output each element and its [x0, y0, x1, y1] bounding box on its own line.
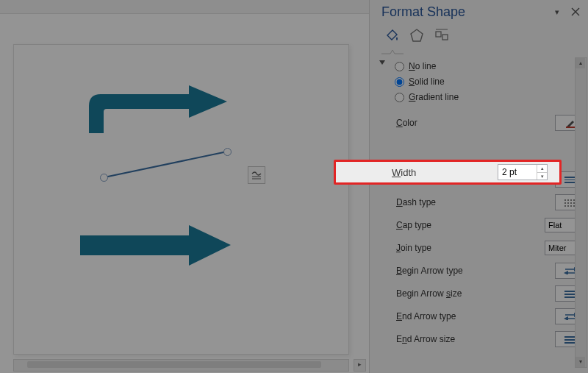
row-dash-type: Dash type ▾ — [396, 191, 588, 213]
selection-handle-end[interactable] — [223, 148, 232, 156]
layout-options-icon — [251, 170, 262, 180]
radio-solid-line-input[interactable] — [395, 77, 404, 87]
panel-menu-button[interactable]: ▾ — [555, 7, 559, 17]
radio-gradient-line[interactable]: Gradient line — [395, 90, 588, 104]
radio-solid-line[interactable]: Solid line — [395, 74, 588, 89]
tab-effects[interactable] — [406, 25, 427, 46]
panel-title: Format Shape — [381, 4, 465, 20]
label-begin-arrow-size: Begin Arrow size — [396, 288, 462, 299]
label-compound-type: Compound type — [396, 174, 459, 185]
label-end-arrow-size: End Arrow size — [396, 334, 455, 344]
svg-rect-6 — [436, 32, 441, 37]
layout-options-button[interactable] — [248, 166, 265, 184]
scroll-right-button[interactable]: ▸ — [354, 359, 366, 372]
join-type-value: Miter — [548, 244, 566, 252]
row-end-arrow-type: End Arrow type ▾ — [396, 305, 588, 327]
panel-close-button[interactable] — [571, 7, 580, 16]
row-cap-type: Cap type Flat ▾ — [396, 214, 588, 236]
radio-gradient-line-input[interactable] — [395, 93, 404, 102]
tab-active-indicator — [381, 49, 404, 54]
document-page[interactable] — [13, 44, 349, 355]
label-color: Color — [396, 118, 417, 128]
radio-solid-line-label: Solid line — [409, 77, 445, 87]
label-end-arrow-type: End Arrow type — [396, 311, 456, 322]
label-begin-arrow-type: Begin Arrow type — [396, 266, 463, 276]
radio-no-line-input[interactable] — [395, 62, 404, 71]
row-end-arrow-size: End Arrow size ▾ — [396, 328, 588, 350]
bent-arrow-shape[interactable] — [80, 85, 227, 133]
label-join-type: Join type — [396, 243, 431, 253]
straight-arrow-shape[interactable] — [80, 225, 231, 266]
close-icon — [571, 7, 580, 16]
tab-fill-line[interactable] — [381, 25, 402, 46]
radio-gradient-line-label: Gradient line — [409, 92, 459, 102]
row-begin-arrow-size: Begin Arrow size ▾ — [396, 283, 588, 305]
size-properties-icon — [434, 27, 450, 43]
paint-bucket-icon — [384, 27, 400, 43]
line-shape-selected[interactable] — [98, 144, 238, 188]
format-shape-panel: Format Shape ▾ N — [369, 0, 588, 373]
panel-scrollbar[interactable]: ▴ ▾ — [575, 57, 587, 368]
panel-scroll-down[interactable]: ▾ — [576, 357, 585, 367]
svg-marker-14 — [564, 271, 568, 274]
label-dash-type: Dash type — [396, 197, 436, 207]
svg-rect-7 — [442, 35, 448, 40]
cap-type-value: Flat — [548, 221, 562, 230]
row-begin-arrow-type: Begin Arrow type ▾ — [396, 260, 588, 282]
tab-layout[interactable] — [431, 25, 452, 46]
panel-scroll-up[interactable]: ▴ — [576, 58, 585, 68]
row-color: Color ▾ — [396, 112, 588, 134]
svg-marker-5 — [411, 29, 423, 41]
panel-tabs — [381, 25, 452, 46]
radio-no-line[interactable]: No line — [395, 59, 588, 74]
row-compound-type: Compound type ▾ — [396, 168, 588, 191]
label-cap-type: Cap type — [396, 220, 431, 230]
svg-line-0 — [104, 152, 227, 177]
svg-marker-18 — [564, 316, 568, 320]
horizontal-scrollbar[interactable] — [13, 359, 349, 372]
selection-handle-start[interactable] — [100, 174, 108, 182]
row-join-type: Join type Miter ▾ — [396, 237, 588, 259]
radio-no-line-label: No line — [409, 61, 436, 71]
ruler-horizontal — [0, 0, 369, 14]
pentagon-icon — [409, 27, 425, 43]
document-canvas[interactable]: ▸ — [0, 0, 369, 373]
horizontal-scrollbar-thumb[interactable] — [27, 361, 321, 368]
